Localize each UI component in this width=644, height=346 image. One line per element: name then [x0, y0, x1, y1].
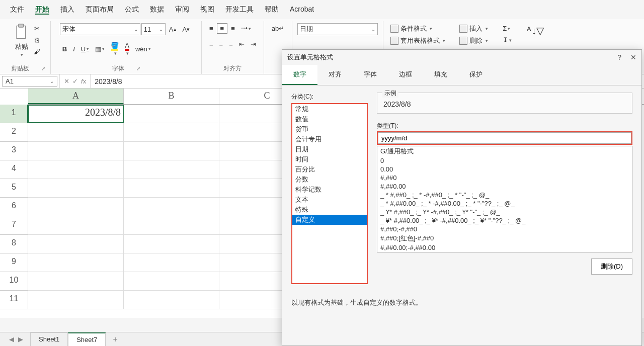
row-header-8[interactable]: 8	[0, 235, 28, 253]
table-format-button[interactable]: 套用表格格式	[388, 35, 447, 46]
category-item[interactable]: 数值	[292, 114, 367, 124]
sort-filter-button[interactable]: ᴬ↓▽	[524, 23, 546, 38]
dialog-help-button[interactable]: ?	[617, 53, 621, 61]
format-item[interactable]: _ * #,##0_ ;_ * -#,##0_ ;_ * "-"_ ;_ @_	[377, 191, 632, 199]
cell-B9[interactable]	[124, 253, 219, 272]
sheet-nav-next[interactable]: ▶	[18, 335, 23, 343]
dialog-tab-对齐[interactable]: 对齐	[317, 65, 353, 85]
menu-Acrobat[interactable]: Acrobat	[289, 3, 315, 16]
cell-B2[interactable]	[124, 123, 219, 142]
format-painter-button[interactable]: 🖌	[31, 46, 43, 57]
sheet-tab-Sheet7[interactable]: Sheet7	[68, 332, 106, 346]
align-left[interactable]: ≡	[207, 39, 216, 49]
menu-插入[interactable]: 插入	[59, 3, 75, 16]
cell-B5[interactable]	[124, 179, 219, 198]
category-item[interactable]: 文本	[292, 195, 367, 205]
shrink-font-button[interactable]: A▾	[180, 24, 193, 35]
cell-B7[interactable]	[124, 216, 219, 235]
fill-color-button[interactable]: 🪣	[108, 40, 121, 57]
row-header-5[interactable]: 5	[0, 179, 28, 198]
paste-button[interactable]: 粘贴	[14, 23, 29, 57]
cell-B10[interactable]	[124, 272, 219, 291]
cell-A1[interactable]: 2023/8/8	[28, 105, 124, 123]
row-header-10[interactable]: 10	[0, 272, 28, 291]
cell-A4[interactable]	[28, 160, 124, 179]
sheet-tab-Sheet1[interactable]: Sheet1	[30, 332, 68, 346]
cell-A10[interactable]	[28, 272, 124, 291]
menu-页面布局[interactable]: 页面布局	[85, 3, 115, 16]
format-item[interactable]: _ ¥* #,##0.00_ ;_ ¥* -#,##0.00_ ;_ ¥* "-…	[377, 216, 632, 225]
dialog-tab-边框[interactable]: 边框	[388, 65, 423, 85]
category-item[interactable]: 特殊	[292, 205, 367, 215]
format-item[interactable]: _ ¥* #,##0_ ;_ ¥* -#,##0_ ;_ ¥* "-"_ ;_ …	[377, 208, 632, 216]
delete-cells-button[interactable]: 删除	[457, 35, 490, 46]
font-name-select[interactable]: 宋体⌄	[60, 23, 140, 35]
cell-A6[interactable]	[28, 198, 124, 216]
category-item[interactable]: 时间	[292, 154, 367, 164]
format-item[interactable]: #,##0;-#,##0	[377, 225, 632, 233]
copy-button[interactable]: ⎘	[31, 35, 43, 45]
menu-帮助[interactable]: 帮助	[264, 3, 280, 16]
cancel-formula-button[interactable]: ✕	[64, 77, 69, 85]
row-header-4[interactable]: 4	[0, 160, 28, 179]
border-button[interactable]: ▦	[93, 44, 107, 54]
align-center[interactable]: ≡	[217, 39, 226, 49]
conditional-format-button[interactable]: 条件格式	[388, 23, 434, 34]
row-header-7[interactable]: 7	[0, 216, 28, 235]
menu-文件[interactable]: 文件	[9, 3, 25, 16]
format-item[interactable]: #,##0	[377, 174, 632, 182]
col-header-A[interactable]: A	[28, 89, 124, 104]
cell-B8[interactable]	[124, 235, 219, 253]
name-box[interactable]: A1⌄	[2, 76, 57, 86]
align-top[interactable]: ≡	[207, 23, 216, 34]
type-input[interactable]	[378, 132, 631, 144]
row-header-1[interactable]: 1	[0, 105, 28, 123]
cell-A2[interactable]	[28, 123, 124, 142]
align-right[interactable]: ≡	[226, 39, 235, 49]
underline-button[interactable]: U	[78, 44, 92, 54]
font-size-select[interactable]: 11⌄	[141, 23, 166, 35]
number-format-select[interactable]: 日期⌄	[297, 23, 378, 35]
category-item[interactable]: 自定义	[292, 215, 367, 225]
sheet-nav-prev[interactable]: ◀	[9, 335, 14, 343]
cut-button[interactable]: ✂	[31, 23, 43, 34]
add-sheet-button[interactable]: +	[107, 333, 123, 346]
format-item[interactable]: #,##0;[红色]-#,##0	[377, 233, 632, 243]
fx-button[interactable]: fx	[81, 77, 86, 85]
cell-A9[interactable]	[28, 253, 124, 272]
indent-increase[interactable]: ⇥	[248, 39, 259, 49]
format-list[interactable]: G/通用格式00.00#,##0#,##0.00_ * #,##0_ ;_ * …	[377, 146, 632, 252]
italic-button[interactable]: I	[70, 44, 77, 54]
fill-down-button[interactable]: ↧	[500, 35, 514, 45]
format-item[interactable]: G/通用格式	[377, 146, 632, 156]
autosum-button[interactable]: Σ	[500, 23, 513, 34]
clipboard-launcher[interactable]: ⤢	[41, 66, 45, 71]
cell-B3[interactable]	[124, 142, 219, 160]
indent-decrease[interactable]: ⇤	[236, 39, 247, 49]
bold-button[interactable]: B	[60, 44, 69, 54]
category-item[interactable]: 货币	[292, 124, 367, 134]
category-item[interactable]: 百分比	[292, 164, 367, 175]
cell-A3[interactable]	[28, 142, 124, 160]
row-header-9[interactable]: 9	[0, 253, 28, 272]
menu-审阅[interactable]: 审阅	[174, 3, 190, 16]
menu-开发工具[interactable]: 开发工具	[224, 3, 255, 16]
font-launcher[interactable]: ⤢	[136, 66, 140, 71]
category-item[interactable]: 常规	[292, 104, 367, 114]
menu-数据[interactable]: 数据	[149, 3, 165, 16]
format-item[interactable]: #,##0.00;-#,##0.00	[377, 243, 632, 252]
col-header-B[interactable]: B	[124, 89, 219, 104]
row-header-6[interactable]: 6	[0, 198, 28, 216]
grow-font-button[interactable]: A▴	[167, 24, 179, 35]
dialog-tab-数字[interactable]: 数字	[282, 65, 317, 85]
format-item[interactable]: #,##0.00	[377, 182, 632, 191]
dialog-close-button[interactable]: ✕	[630, 53, 636, 61]
category-item[interactable]: 分数	[292, 175, 367, 185]
category-item[interactable]: 会计专用	[292, 134, 367, 144]
category-item[interactable]: 科学记数	[292, 185, 367, 195]
phonetic-button[interactable]: wén	[133, 44, 153, 54]
format-item[interactable]: 0.00	[377, 165, 632, 174]
dialog-tab-保护[interactable]: 保护	[458, 65, 494, 85]
delete-format-button[interactable]: 删除(D)	[591, 258, 632, 275]
format-item[interactable]: 0	[377, 156, 632, 165]
